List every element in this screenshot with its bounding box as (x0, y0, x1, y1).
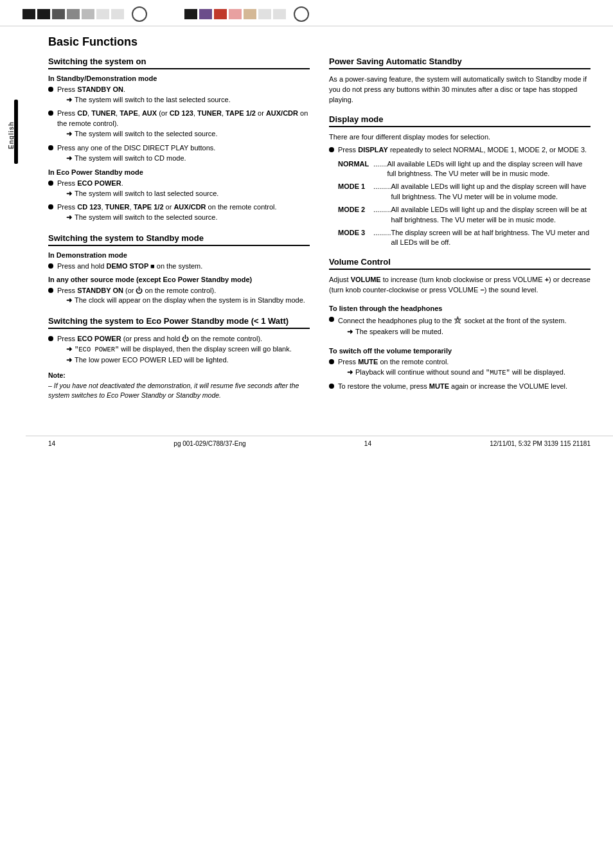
list-item: Press any one of the DISC DIRECT PLAY bu… (48, 143, 310, 164)
arrow-line: ➜ The low power ECO POWER LED will be li… (66, 355, 310, 365)
standby-demo-list: Press STANDBY ON. ➜ The system will swit… (48, 85, 310, 164)
item-text: Press STANDBY ON (or ⏻ on the remote con… (57, 287, 216, 294)
pattern-left (22, 9, 124, 19)
list-item: Press CD 123, TUNER, TAPE 1/2 or AUX/CDR… (48, 202, 310, 224)
footer-right: 12/11/01, 5:32 PM 3139 115 21181 (490, 440, 591, 447)
page-title: Basic Functions (48, 35, 591, 49)
bullet-dot (48, 87, 53, 92)
list-item: Press ECO POWER. ➜ The system will switc… (48, 179, 310, 200)
bullet-dot (48, 181, 53, 186)
bullet-dot (48, 263, 53, 269)
item-text: Press MUTE on the remote control. (338, 358, 449, 366)
mode-row-normal: NORMAL ....... All available LEDs will l… (338, 159, 591, 179)
arrow-line: ➜ The system will switch to CD mode. (66, 154, 310, 163)
bullet-dot (48, 336, 53, 341)
subsection-title-headphones: To listen through the headphones (329, 305, 591, 312)
arrow-line: ➜ Playback will continue without sound a… (347, 368, 591, 378)
item-text: Press ECO POWER (or press and hold ⏻ on … (57, 335, 262, 342)
footer-page-number: 14 (48, 440, 55, 447)
note-text: – If you have not deactivated the demons… (48, 382, 299, 400)
bullet-dot (48, 288, 53, 293)
mode-row-mode3: MODE 3 ......... The display screen will… (338, 228, 591, 248)
section-mute: To switch off the volume temporarily Pre… (329, 347, 591, 392)
list-item: Press STANDBY ON (or ⏻ on the remote con… (48, 286, 310, 307)
columns-container: Switching the system on In Standby/Demon… (48, 57, 591, 410)
subsection-title-other-mode: In any other source mode (except Eco Pow… (48, 276, 310, 283)
arrow-line: ➜ The system will switch to the selected… (66, 213, 310, 222)
section-volume-control: Volume Control Adjust VOLUME to increase… (329, 257, 591, 296)
section-title-volume: Volume Control (329, 257, 591, 270)
note-block: Note: – If you have not deactivated the … (48, 371, 310, 401)
right-column: Power Saving Automatic Standby As a powe… (329, 57, 591, 410)
list-item: Press MUTE on the remote control. ➜ Play… (329, 357, 591, 379)
bullet-dot (329, 147, 334, 152)
footer-left: pg 001-029/C788/37-Eng (173, 440, 245, 447)
list-item: Press DISPLAY repeatedly to select NORMA… (329, 145, 591, 155)
list-item: Press STANDBY ON. ➜ The system will swit… (48, 85, 310, 106)
list-item: Press ECO POWER (or press and hold ⏻ on … (48, 334, 310, 367)
item-text: To restore the volume, press MUTE again … (338, 382, 567, 390)
arrow-line: ➜ "ECO POWER" will be displayed, then th… (66, 344, 310, 355)
power-saving-text: As a power-saving feature, the system wi… (329, 75, 591, 105)
item-text: Press CD 123, TUNER, TAPE 1/2 or AUX/CDR… (57, 203, 277, 211)
section-title-standby-mode: Switching the system to Standby mode (48, 233, 310, 246)
circle-decoration-right (294, 6, 309, 22)
section-title-display-mode: Display mode (329, 114, 591, 127)
section-power-saving: Power Saving Automatic Standby As a powe… (329, 57, 591, 105)
page-wrapper: English Basic Functions Switching the sy… (0, 0, 613, 868)
item-text: Press CD, TUNER, TAPE, AUX (or CD 123, T… (57, 109, 308, 127)
display-mode-intro: There are four different display modes f… (329, 132, 591, 143)
bullet-dot (48, 204, 53, 209)
other-mode-list: Press STANDBY ON (or ⏻ on the remote con… (48, 286, 310, 307)
subsection-title-demo-mode: In Demonstration mode (48, 251, 310, 259)
eco-standby-list: Press ECO POWER (or press and hold ⏻ on … (48, 334, 310, 367)
item-text: Press any one of the DISC DIRECT PLAY bu… (57, 144, 215, 152)
display-mode-list: Press DISPLAY repeatedly to select NORMA… (329, 145, 591, 155)
circle-decoration-left (132, 6, 147, 22)
subsection-title-standby-demo: In Standby/Demonstration mode (48, 75, 310, 82)
mode-row-mode1: MODE 1 ......... All available LEDs will… (338, 182, 591, 202)
footer-center: 14 (364, 440, 371, 447)
left-column: Switching the system on In Standby/Demon… (48, 57, 310, 410)
arrow-line: ➜ The speakers will be muted. (347, 327, 591, 337)
mute-list: Press MUTE on the remote control. ➜ Play… (329, 357, 591, 392)
arrow-line: ➜ The clock will appear on the display w… (66, 296, 310, 305)
section-switching-on: Switching the system on In Standby/Demon… (48, 57, 310, 224)
item-text: Press ECO POWER. (57, 179, 123, 187)
volume-text: Adjust VOLUME to increase (turn knob clo… (329, 275, 591, 296)
mode-list: NORMAL ....... All available LEDs will l… (338, 159, 591, 248)
section-title-power-saving: Power Saving Automatic Standby (329, 57, 591, 69)
arrow-line: ➜ The system will switch to the selected… (66, 129, 310, 139)
bottom-bar: 14 pg 001-029/C788/37-Eng 14 12/11/01, 5… (26, 436, 613, 451)
bullet-dot (329, 359, 334, 364)
mode-row-mode2: MODE 2 ......... All available LEDs will… (338, 205, 591, 225)
item-text: Press DISPLAY repeatedly to select NORMA… (338, 146, 587, 154)
item-text: Connect the headphones plug to the ⛤ soc… (338, 317, 566, 324)
bullet-dot (48, 145, 53, 150)
bullet-dot (329, 317, 334, 322)
list-item: Press and hold DEMO STOP ■ on the system… (48, 261, 310, 272)
section-title-switching-on: Switching the system on (48, 57, 310, 69)
section-headphones: To listen through the headphones Connect… (329, 305, 591, 338)
arrow-line: ➜ The system will switch to last selecte… (66, 189, 310, 199)
arrow-line: ➜ The system will switch to the last sel… (66, 95, 310, 105)
list-item: Connect the headphones plug to the ⛤ soc… (329, 315, 591, 338)
bullet-dot (48, 111, 53, 116)
sidebar-label: English (8, 116, 15, 154)
item-text: Press and hold DEMO STOP ■ on the system… (57, 262, 202, 270)
eco-power-list: Press ECO POWER. ➜ The system will switc… (48, 179, 310, 224)
subsection-title-eco-power: In Eco Power Standby mode (48, 168, 310, 176)
list-item: To restore the volume, press MUTE again … (329, 382, 591, 392)
top-pattern-bar (0, 0, 613, 26)
section-eco-standby: Switching the system to Eco Power Standb… (48, 316, 310, 401)
item-text: Press STANDBY ON. (57, 85, 125, 93)
section-display-mode: Display mode There are four different di… (329, 114, 591, 248)
section-title-eco-standby: Switching the system to Eco Power Standb… (48, 316, 310, 329)
pattern-right (184, 9, 286, 19)
list-item: Press CD, TUNER, TAPE, AUX (or CD 123, T… (48, 109, 310, 140)
main-content: Basic Functions Switching the system on … (26, 26, 613, 423)
demo-mode-list: Press and hold DEMO STOP ■ on the system… (48, 261, 310, 272)
bullet-dot (329, 384, 334, 389)
section-standby-mode: Switching the system to Standby mode In … (48, 233, 310, 307)
headphones-list: Connect the headphones plug to the ⛤ soc… (329, 315, 591, 338)
